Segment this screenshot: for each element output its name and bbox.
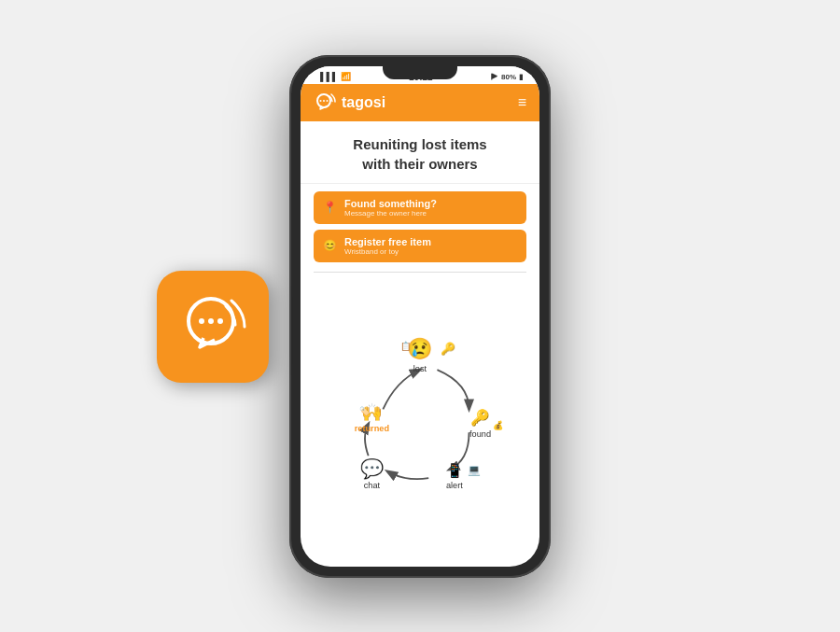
wifi-icon: 📶: [341, 72, 351, 81]
cycle-diagram: 😢 🔑 📋 lost 🔑 💰 found: [301, 273, 539, 567]
chat-node: 💬 chat: [360, 456, 385, 490]
cycle-svg: 😢 🔑 📋 lost 🔑 💰 found: [310, 282, 530, 557]
action-buttons-area: 📍 Found something? Message the owner her…: [301, 184, 539, 272]
svg-text:📋: 📋: [400, 340, 412, 351]
svg-text:lost: lost: [413, 363, 427, 372]
hero-section: Reuniting lost items with their owners: [301, 121, 539, 184]
hero-title: Reuniting lost items with their owners: [314, 134, 526, 174]
app-logo-area: tagosi: [314, 91, 385, 114]
svg-text:💻: 💻: [468, 462, 481, 475]
hamburger-icon[interactable]: ≡: [518, 95, 526, 110]
app-logo-icon: [314, 91, 336, 114]
location-icon: ⯈: [491, 73, 498, 81]
signal-icon: ▐▐▐: [317, 72, 335, 81]
svg-text:returned: returned: [355, 424, 390, 433]
svg-point-1: [199, 318, 204, 324]
svg-text:🏷️: 🏷️: [359, 405, 371, 416]
found-button-text: Found something? Message the owner here: [344, 198, 437, 218]
phone-notch: [383, 66, 457, 79]
battery-icon: ▮: [519, 73, 523, 81]
app-header: tagosi ≡: [301, 84, 539, 121]
svg-text:💬: 💬: [360, 456, 385, 480]
svg-text:chat: chat: [364, 481, 381, 490]
scene: ▐▐▐ 📶 10:22 ⯈ 80% ▮: [0, 0, 840, 632]
found-node: 🔑 💰 found: [469, 408, 504, 439]
app-icon[interactable]: [157, 271, 269, 383]
app-title: tagosi: [342, 94, 385, 111]
svg-text:💰: 💰: [493, 419, 504, 430]
svg-point-7: [327, 100, 329, 102]
svg-text:🔑: 🔑: [441, 341, 456, 356]
svg-text:alert: alert: [446, 481, 463, 490]
svg-text:🔑: 🔑: [470, 408, 490, 428]
svg-point-6: [323, 100, 325, 102]
svg-text:📱: 📱: [446, 461, 464, 478]
svg-point-3: [217, 318, 223, 324]
svg-point-2: [208, 318, 214, 324]
register-button-text: Register free item Wristband or toy: [344, 236, 431, 256]
svg-text:😢: 😢: [407, 336, 433, 361]
phone: ▐▐▐ 📶 10:22 ⯈ 80% ▮: [289, 55, 551, 578]
signal-area: ▐▐▐ 📶: [317, 72, 351, 81]
battery-text: 80%: [501, 73, 516, 81]
register-item-button[interactable]: 😊 Register free item Wristband or toy: [314, 230, 526, 262]
battery-area: ⯈ 80% ▮: [491, 73, 523, 81]
smiley-icon: 😊: [323, 239, 337, 252]
found-something-button[interactable]: 📍 Found something? Message the owner her…: [314, 191, 526, 224]
alert-node: 📱 💻 alert: [446, 461, 481, 490]
phone-screen: ▐▐▐ 📶 10:22 ⯈ 80% ▮: [301, 66, 539, 567]
svg-point-5: [320, 100, 322, 102]
svg-text:found: found: [469, 428, 491, 438]
lost-node: 😢 🔑 📋 lost: [400, 336, 456, 373]
location-pin-icon: 📍: [323, 201, 337, 214]
